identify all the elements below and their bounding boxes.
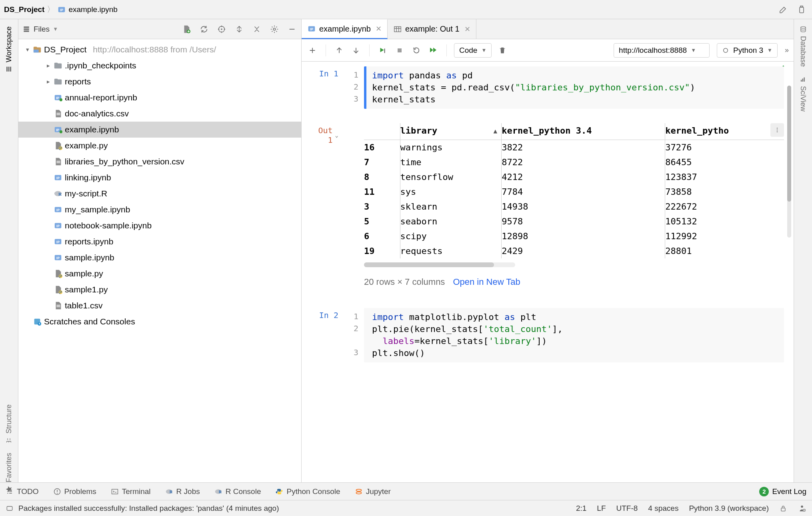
scrollbar[interactable] [787, 86, 791, 238]
tree-item[interactable]: notebook-sample.ipynb [18, 218, 301, 234]
file-encoding[interactable]: UTF-8 [616, 504, 638, 513]
tree-item[interactable]: reports.ipynb [18, 234, 301, 250]
breadcrumb-file[interactable]: example.ipynb [57, 5, 118, 14]
table-header[interactable]: kernel_python 3.4 [502, 123, 665, 140]
tree-item[interactable]: example.ipynb [18, 122, 301, 138]
tree-item[interactable]: sample.py [18, 266, 301, 282]
delete-cell-button[interactable] [496, 44, 508, 56]
table-cell: 5 [364, 214, 400, 229]
tree-item[interactable]: my_sample.ipynb [18, 202, 301, 218]
jupyter-tool[interactable]: Jupyter [355, 487, 391, 496]
tree-item[interactable]: annual-report.ipynb [18, 90, 301, 106]
event-log-button[interactable]: 2 Event Log [759, 487, 806, 496]
editor-tab-output[interactable]: example: Out 1 ✕ [388, 19, 476, 39]
chevron-right-icon[interactable]: ▸ [46, 78, 51, 85]
cell-type-select[interactable]: Code ▼ [454, 43, 492, 58]
tree-root[interactable]: ▾ DS_Project http://localhost:8888 from … [18, 42, 301, 58]
tree-item[interactable]: sample.ipynb [18, 250, 301, 266]
tree-item[interactable]: linking.ipynb [18, 170, 301, 186]
expand-all-button[interactable] [234, 24, 244, 34]
table-cell: 112992 [665, 229, 784, 244]
rail-item-label: Workspace [5, 26, 13, 62]
rail-item-database[interactable]: Database [799, 22, 807, 71]
dataframe-table[interactable]: library▲kernel_python 3.4kernel_pytho 16… [364, 123, 784, 258]
chevron-down-icon[interactable]: ▼ [53, 26, 58, 32]
scratch-file-icon[interactable] [778, 5, 788, 14]
rail-item-sciview[interactable]: SciView [799, 72, 807, 116]
new-file-button[interactable] [181, 24, 192, 34]
tree-scratches[interactable]: Scratches and Consoles [18, 314, 301, 330]
horizontal-scrollbar[interactable] [364, 262, 515, 267]
breadcrumb-project[interactable]: DS_Project [4, 5, 44, 14]
table-cell: 86455 [665, 155, 784, 170]
collapse-all-button[interactable] [252, 24, 262, 34]
table-row[interactable]: 16warnings382237276 [364, 140, 784, 155]
left-tool-rail: Workspace Structure Favorites [0, 19, 18, 500]
code-editor[interactable]: import pandas as pd kernel_stats = pd.re… [364, 66, 784, 109]
table-header[interactable]: library▲ [400, 123, 502, 140]
move-up-button[interactable] [333, 44, 345, 56]
python-console-tool[interactable]: Python Console [275, 487, 340, 496]
tree-item[interactable]: ▸.ipynb_checkpoints [18, 58, 301, 74]
table-row[interactable]: 5seaborn9578105132 [364, 214, 784, 229]
problems-tool[interactable]: Problems [53, 487, 96, 496]
table-row[interactable]: 6scipy12898112992 [364, 229, 784, 244]
tree-item[interactable]: doc-analytics.csv [18, 106, 301, 122]
table-row[interactable]: 7time872286455 [364, 155, 784, 170]
project-tree[interactable]: ▾ DS_Project http://localhost:8888 from … [18, 39, 301, 482]
kernel-select[interactable]: Python 3 ▼ [717, 43, 778, 58]
table-row[interactable]: 19requests242928801 [364, 244, 784, 258]
rail-item-structure[interactable]: Structure [5, 400, 13, 448]
tree-item[interactable]: sample1.py [18, 282, 301, 298]
sync-button[interactable] [199, 24, 209, 34]
project-structure-icon[interactable] [797, 5, 806, 14]
notebook-view[interactable]: In 1 123 import pandas as pd kernel_stat… [302, 62, 794, 482]
move-down-button[interactable] [350, 44, 362, 56]
tree-view-label[interactable]: Files [34, 25, 50, 34]
table-cell: 37276 [665, 140, 784, 155]
server-select[interactable]: http://localhost:8888 ▼ [614, 43, 710, 58]
lock-icon[interactable] [779, 504, 787, 512]
line-separator[interactable]: LF [597, 504, 606, 513]
chevron-down-icon[interactable]: ⌄ [335, 132, 338, 138]
terminal-tool[interactable]: Terminal [111, 487, 151, 496]
table-cell: warnings [400, 140, 502, 155]
rail-item-favorites[interactable]: Favorites [5, 449, 13, 497]
close-icon[interactable]: ✕ [374, 24, 382, 33]
rail-item-workspace[interactable]: Workspace [5, 22, 13, 77]
hide-panel-button[interactable] [287, 24, 297, 34]
chevron-down-icon[interactable]: ▾ [25, 46, 30, 53]
expand-toolbar-button[interactable]: » [785, 46, 789, 54]
r-jobs-tool[interactable]: R Jobs [165, 487, 200, 496]
editor-tab-label: example: Out 1 [405, 24, 460, 34]
open-in-new-tab-link[interactable]: Open in New Tab [453, 277, 520, 287]
table-row[interactable]: 3sklearn14938222672 [364, 199, 784, 214]
interrupt-button[interactable] [394, 44, 406, 56]
message-icon[interactable] [6, 504, 14, 512]
code-editor[interactable]: import matplotlib.pyplot as plt plt.pie(… [364, 308, 784, 362]
tree-item[interactable]: my-script.R [18, 186, 301, 202]
tree-item[interactable]: ▸reports [18, 74, 301, 90]
tree-item[interactable]: example.py [18, 138, 301, 154]
r-console-tool[interactable]: R Console [214, 487, 261, 496]
table-row[interactable]: 8tensorflow4212123837 [364, 170, 784, 184]
table-row[interactable]: 11sys778473858 [364, 184, 784, 199]
add-cell-button[interactable] [306, 44, 318, 56]
close-icon[interactable]: ✕ [463, 25, 470, 34]
indent-setting[interactable]: 4 spaces [648, 504, 678, 513]
editor-tab-example[interactable]: example.ipynb ✕ [302, 19, 388, 39]
scroll-from-source-button[interactable] [216, 24, 227, 34]
chevron-right-icon[interactable]: ▸ [46, 62, 51, 69]
ide-profile-icon[interactable] [798, 504, 806, 513]
run-all-button[interactable] [427, 44, 439, 56]
tree-item[interactable]: table1.csv [18, 298, 301, 314]
caret-position[interactable]: 2:1 [576, 504, 586, 513]
restart-kernel-button[interactable] [410, 44, 422, 56]
settings-button[interactable] [269, 24, 280, 34]
python-interpreter[interactable]: Python 3.9 (workspace) [689, 504, 769, 513]
table-header[interactable]: kernel_pytho [665, 123, 784, 140]
table-header[interactable] [364, 123, 400, 140]
run-cell-button[interactable] [377, 44, 389, 56]
tree-item[interactable]: libraries_by_python_version.csv [18, 154, 301, 170]
folder-icon [54, 77, 62, 86]
